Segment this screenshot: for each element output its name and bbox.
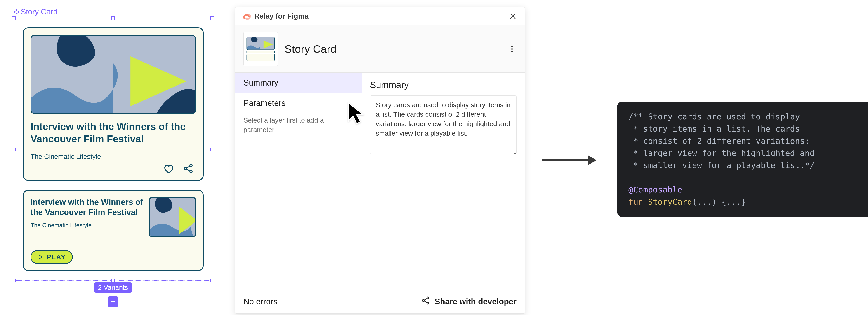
code-fn-name: StoryCard	[648, 196, 692, 208]
svg-point-17	[511, 45, 513, 47]
svg-line-24	[424, 301, 427, 303]
svg-point-22	[427, 302, 429, 304]
share-icon[interactable]	[183, 163, 194, 174]
svg-marker-16	[264, 40, 273, 48]
parameters-hint: Select a layer first to add a parameter	[235, 113, 362, 135]
component-set-icon	[13, 9, 19, 14]
selection-handle[interactable]	[111, 279, 115, 282]
play-button[interactable]: PLAY	[31, 250, 73, 264]
component-thumbnail	[243, 32, 278, 66]
add-variant-button[interactable]: +	[107, 296, 119, 307]
close-button[interactable]	[509, 12, 517, 20]
panel-sidebar: Summary Parameters Select a layer first …	[235, 73, 362, 289]
code-comment-line: * story items in a list. The cards	[628, 124, 800, 133]
selection-handle[interactable]	[12, 147, 16, 151]
svg-rect-0	[16, 9, 18, 11]
svg-line-10	[186, 169, 190, 171]
story-card-subtitle: The Cinematic Lifestyle	[31, 222, 144, 229]
svg-point-21	[423, 300, 424, 302]
tab-parameters[interactable]: Parameters	[235, 93, 362, 113]
code-keyword: fun	[628, 196, 643, 208]
component-header-row: Story Card	[235, 26, 525, 73]
svg-rect-3	[17, 11, 19, 13]
panel-brand-label: Relay for Figma	[254, 12, 309, 20]
svg-marker-27	[588, 155, 597, 165]
svg-point-6	[190, 164, 192, 167]
code-comment-line: * consist of 2 different variations:	[628, 136, 810, 145]
story-card-subtitle: The Cinematic Lifestyle	[31, 153, 196, 161]
hero-image	[31, 35, 196, 114]
thumbnail-image	[149, 197, 196, 237]
panel-brand: Relay for Figma	[243, 12, 309, 20]
panel-body: Summary Parameters Select a layer first …	[235, 73, 525, 289]
share-with-developer-label: Share with developer	[435, 297, 517, 307]
code-args: (...)	[692, 196, 721, 208]
story-card-title: Interview with the Winners of the Vancou…	[31, 197, 144, 217]
component-title: Story Card	[285, 43, 501, 55]
selection-handle[interactable]	[12, 279, 16, 282]
code-comment-line: * larger view for the highlighted and	[628, 148, 815, 158]
selection-handle[interactable]	[111, 16, 115, 20]
story-card-small-variant[interactable]: Interview with the Winners of the Vancou…	[23, 190, 204, 271]
panel-header: Relay for Figma	[235, 7, 525, 26]
plus-icon: +	[110, 297, 116, 306]
variants-badge: 2 Variants	[94, 282, 132, 293]
summary-textarea[interactable]	[370, 96, 517, 154]
svg-point-20	[427, 297, 429, 299]
figma-component-frame[interactable]: Interview with the Winners of the Vancou…	[13, 18, 213, 281]
arrow-icon	[542, 153, 597, 167]
selection-handle[interactable]	[211, 16, 214, 20]
svg-point-19	[511, 51, 513, 53]
svg-point-8	[190, 171, 192, 173]
svg-point-7	[184, 168, 187, 170]
share-icon	[421, 296, 430, 307]
panel-footer: No errors Share with developer	[235, 289, 525, 313]
story-card-large-variant[interactable]: Interview with the Winners of the Vancou…	[23, 27, 204, 181]
content-heading: Summary	[370, 80, 517, 90]
code-block: /** Story cards are used to display * st…	[617, 102, 868, 217]
overflow-menu-button[interactable]	[507, 44, 517, 54]
status-text: No errors	[243, 297, 277, 307]
svg-rect-1	[16, 12, 18, 14]
code-annotation: @Composable	[628, 185, 682, 194]
selection-handle[interactable]	[211, 147, 214, 151]
svg-line-23	[424, 298, 427, 300]
stage: Story Card Interview with the Winners of…	[0, 0, 868, 315]
tab-summary[interactable]: Summary	[235, 73, 362, 93]
heart-icon[interactable]	[163, 163, 174, 174]
play-button-label: PLAY	[46, 253, 66, 261]
svg-rect-2	[13, 11, 16, 13]
svg-line-9	[186, 166, 190, 168]
svg-point-18	[511, 48, 513, 50]
panel-content: Summary	[362, 73, 525, 289]
code-comment-line: * smaller view for a playable list.*/	[628, 161, 815, 170]
relay-logo-icon	[243, 13, 251, 20]
story-card-title: Interview with the Winners of the Vancou…	[31, 120, 196, 145]
selection-handle[interactable]	[211, 279, 214, 282]
svg-marker-11	[39, 255, 42, 259]
figma-frame-label-text: Story Card	[21, 7, 58, 16]
relay-plugin-panel: Relay for Figma	[235, 7, 525, 314]
code-body: {...}	[721, 196, 746, 208]
code-comment-line: /** Story cards are used to display	[628, 112, 800, 121]
figma-frame-label[interactable]: Story Card	[13, 7, 58, 16]
share-with-developer-button[interactable]: Share with developer	[421, 296, 517, 307]
selection-handle[interactable]	[12, 16, 16, 20]
